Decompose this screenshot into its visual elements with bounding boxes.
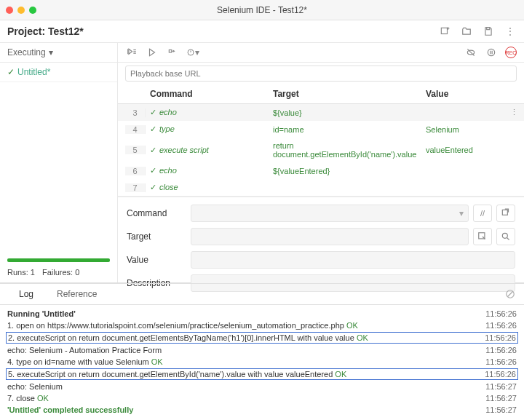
sidebar: Executing ▾ ✓Untitled* Runs: 1 Failures:… — [0, 43, 118, 282]
bottom-tabs: Log Reference — [0, 283, 524, 305]
log-entry: 'Untitled' completed successfully11:56:2… — [0, 404, 524, 416]
svg-marker-4 — [129, 49, 132, 54]
command-row[interactable]: 5✓execute scriptreturn document.getEleme… — [118, 138, 524, 162]
new-project-icon[interactable] — [438, 25, 451, 38]
runs-count: Runs: 1 — [7, 268, 35, 277]
svg-line-20 — [507, 238, 509, 240]
more-icon[interactable]: ⋮ — [504, 25, 517, 38]
row-number: 3 — [125, 108, 146, 117]
pass-check-icon: ✓ — [150, 183, 156, 191]
run-current-icon[interactable] — [146, 46, 159, 59]
value-input[interactable] — [191, 251, 515, 269]
select-target-button[interactable] — [473, 228, 492, 245]
command-row[interactable]: 3✓echo${value}⋮ — [118, 104, 524, 121]
pass-check-icon: ✓ — [150, 124, 156, 133]
command-row[interactable]: 6✓echo${valueEntered} — [118, 162, 524, 179]
step-over-icon[interactable] — [166, 46, 179, 59]
disable-breakpoints-icon[interactable] — [464, 46, 477, 59]
command-grid: 3✓echo${value}⋮4✓typeid=nameSelenium5✓ex… — [118, 104, 524, 196]
pass-check-icon: ✓ — [150, 108, 156, 116]
pause-on-exceptions-icon[interactable] — [485, 46, 498, 59]
command-grid-header: Command Target Value — [118, 84, 524, 104]
row-target: id=name — [273, 125, 426, 134]
window-title: Selenium IDE - Test12* — [0, 5, 524, 15]
save-project-icon[interactable] — [482, 25, 495, 38]
progress-bar — [7, 258, 110, 262]
row-number: 6 — [125, 167, 146, 175]
toolbar: ▾ REC — [118, 43, 524, 63]
test-status-label: Executing — [7, 47, 46, 58]
chevron-down-icon: ▾ — [49, 47, 53, 58]
open-project-icon[interactable] — [460, 25, 473, 38]
log-entry: echo: Selenium11:56:27 — [0, 381, 524, 392]
svg-point-19 — [502, 233, 507, 238]
row-number: 7 — [125, 183, 146, 192]
clear-log-icon[interactable] — [504, 288, 517, 301]
row-value: valueEntered — [426, 146, 517, 154]
test-status-dropdown[interactable]: Executing ▾ — [0, 43, 117, 63]
pass-check-icon: ✓ — [7, 67, 15, 77]
row-menu-icon[interactable]: ⋮ — [510, 108, 518, 117]
log-entry: 1. open on https://www.tutorialspoint.co… — [0, 320, 524, 331]
svg-rect-17 — [502, 210, 507, 215]
header-target: Target — [273, 89, 426, 99]
row-command: ✓close — [146, 183, 273, 192]
failures-count: Failures: 0 — [42, 268, 79, 277]
test-item[interactable]: ✓Untitled* — [0, 63, 117, 82]
row-value: Selenium — [426, 125, 517, 134]
row-command: ✓type — [146, 124, 273, 134]
main-area: Executing ▾ ✓Untitled* Runs: 1 Failures:… — [0, 43, 524, 283]
form-command-label: Command — [127, 208, 185, 218]
target-input[interactable] — [191, 228, 469, 245]
row-command: ✓echo — [146, 108, 273, 117]
svg-rect-0 — [441, 28, 447, 33]
record-icon[interactable]: REC — [505, 47, 517, 58]
command-select[interactable]: ▾ — [191, 205, 469, 222]
base-url-input[interactable] — [125, 66, 517, 82]
svg-rect-10 — [169, 50, 172, 53]
svg-marker-9 — [150, 49, 155, 55]
run-all-icon[interactable] — [125, 46, 138, 59]
log-entry: 2. executeScript on return document.getE… — [6, 332, 518, 344]
command-row[interactable]: 7✓close — [118, 179, 524, 196]
form-value-label: Value — [127, 255, 185, 265]
titlebar: Selenium IDE - Test12* — [0, 0, 524, 20]
test-name: Untitled* — [17, 67, 50, 77]
project-label: Project: — [7, 25, 45, 37]
tab-log[interactable]: Log — [7, 285, 45, 304]
log-entry: Running 'Untitled'11:56:26 — [0, 308, 524, 320]
row-number: 5 — [125, 146, 146, 154]
log-entry: 7. close OK11:56:27 — [0, 392, 524, 404]
find-target-button[interactable] — [496, 228, 515, 245]
project-bar: Project: Test12* ⋮ — [0, 20, 524, 43]
command-row[interactable]: 4✓typeid=nameSelenium — [118, 121, 524, 138]
enable-command-button[interactable]: // — [473, 205, 492, 222]
open-new-window-button[interactable] — [496, 205, 515, 222]
row-number: 4 — [125, 125, 146, 134]
row-command: ✓echo — [146, 166, 273, 175]
row-target: ${valueEntered} — [273, 167, 426, 175]
speed-icon[interactable]: ▾ — [186, 46, 199, 59]
log-entry: 4. type on id=name with value Selenium O… — [0, 356, 524, 368]
log-entry: 5. executeScript on return document.getE… — [6, 368, 518, 380]
header-command: Command — [146, 89, 273, 99]
row-target: ${value} — [273, 108, 426, 117]
svg-rect-3 — [487, 28, 490, 30]
project-name: Test12* — [48, 25, 84, 37]
log-panel: Running 'Untitled'11:56:261. open on htt… — [0, 305, 524, 420]
svg-point-14 — [488, 49, 494, 55]
row-target: return document.getElementById('name').v… — [273, 141, 426, 159]
pass-check-icon: ✓ — [150, 166, 156, 175]
pass-check-icon: ✓ — [150, 146, 156, 154]
log-entry: echo: Selenium - Automation Practice For… — [0, 344, 524, 356]
form-target-label: Target — [127, 231, 185, 242]
tab-reference[interactable]: Reference — [45, 285, 108, 304]
svg-line-22 — [508, 292, 513, 297]
header-value: Value — [426, 89, 517, 99]
row-command: ✓execute script — [146, 146, 273, 155]
content-panel: ▾ REC Command Target Value 3✓echo${value… — [118, 43, 524, 282]
